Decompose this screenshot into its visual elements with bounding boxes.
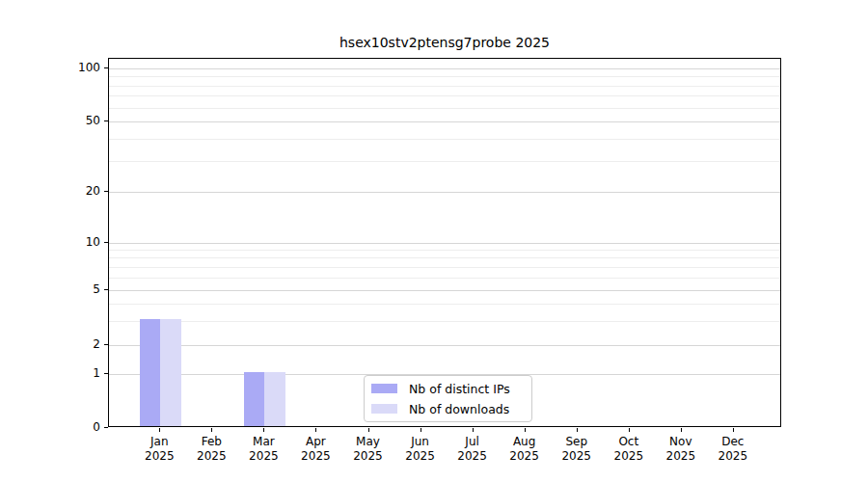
- x-tick-mark-dec: [733, 428, 734, 432]
- bar-jan-distinct-ips: [140, 319, 161, 426]
- legend-row-downloads: Nb of downloads: [371, 400, 525, 417]
- gridline-5: [109, 290, 780, 291]
- y-tick-label-2: 2: [0, 336, 100, 352]
- y-tick-label-50: 50: [0, 113, 100, 128]
- y-tick-mark-50: [104, 120, 108, 121]
- gridline-70: [109, 95, 780, 96]
- y-tick-label-100: 100: [0, 60, 100, 75]
- chart-canvas: hsex10stv2ptensg7probe 2025 012510205010…: [0, 0, 868, 482]
- y-tick-mark-5: [104, 289, 108, 290]
- x-tick-mark-apr: [315, 428, 316, 432]
- x-tick-mark-nov: [681, 428, 682, 432]
- gridline-20: [109, 192, 780, 193]
- y-tick-mark-0: [104, 427, 108, 428]
- legend-swatch-distinct-ips: [371, 384, 397, 393]
- bar-mar-distinct-ips: [244, 372, 265, 426]
- bar-mar-downloads: [264, 372, 285, 426]
- gridline-100: [109, 68, 780, 69]
- legend-label-downloads: Nb of downloads: [409, 402, 509, 416]
- bar-jan-downloads: [160, 319, 181, 426]
- legend: Nb of distinct IPs Nb of downloads: [364, 375, 532, 422]
- gridline-7: [109, 267, 780, 268]
- chart-title: hsex10stv2ptensg7probe 2025: [108, 35, 781, 50]
- x-tick-mark-feb: [211, 428, 212, 432]
- y-tick-mark-1: [104, 373, 108, 374]
- y-tick-mark-20: [104, 191, 108, 192]
- x-tick-mark-oct: [629, 428, 630, 432]
- legend-label-distinct-ips: Nb of distinct IPs: [409, 382, 510, 396]
- y-tick-label-20: 20: [0, 183, 100, 199]
- gridline-30: [109, 161, 780, 162]
- y-tick-mark-10: [104, 242, 108, 243]
- x-tick-mark-sep: [577, 428, 578, 432]
- y-tick-label-0: 0: [0, 419, 100, 435]
- gridline-8: [109, 257, 780, 258]
- x-tick-mark-jun: [420, 428, 421, 432]
- plot-area: [108, 58, 781, 427]
- gridline-80: [109, 86, 780, 87]
- gridline-50: [109, 121, 780, 122]
- gridline-9: [109, 250, 780, 251]
- y-tick-mark-100: [104, 67, 108, 68]
- gridline-40: [109, 139, 780, 140]
- gridline-3: [109, 321, 780, 322]
- y-tick-label-10: 10: [0, 234, 100, 250]
- y-tick-label-1: 1: [0, 365, 100, 381]
- x-tick-mark-jan: [159, 428, 160, 432]
- x-tick-mark-aug: [525, 428, 526, 432]
- x-tick-mark-mar: [263, 428, 264, 432]
- gridline-90: [109, 76, 780, 77]
- gridline-60: [109, 108, 780, 109]
- legend-row-distinct-ips: Nb of distinct IPs: [371, 380, 525, 397]
- y-tick-label-5: 5: [0, 281, 100, 297]
- gridline-10: [109, 243, 780, 244]
- y-tick-mark-2: [104, 344, 108, 345]
- gridline-6: [109, 278, 780, 279]
- gridline-4: [109, 304, 780, 305]
- x-tick-label-dec: Dec2025: [702, 435, 764, 464]
- legend-swatch-downloads: [371, 404, 397, 414]
- x-tick-mark-may: [368, 428, 369, 432]
- x-tick-mark-jul: [473, 428, 474, 432]
- gridline-2: [109, 345, 780, 346]
